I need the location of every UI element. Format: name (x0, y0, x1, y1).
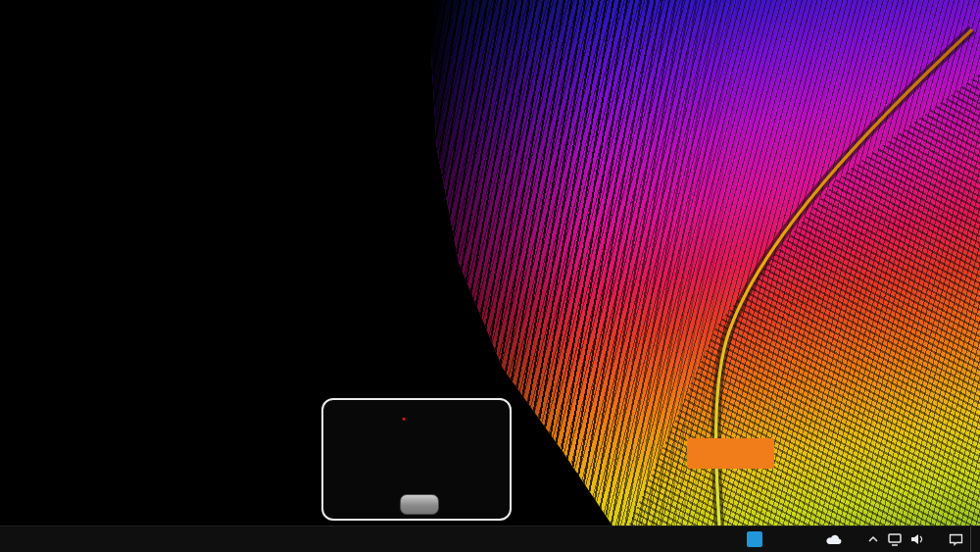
panel-detail-block (402, 410, 504, 414)
rainlendar-calendar-widget[interactable] (312, 257, 440, 262)
weather-widget[interactable] (825, 533, 852, 545)
lenovo-vantage-tray-icon[interactable] (747, 531, 762, 547)
taskbar (0, 526, 980, 552)
lenovo-logo (687, 438, 774, 469)
taskbar-buttons (0, 527, 5, 552)
desktop-screen (0, 0, 980, 552)
rainlendar-task-widget[interactable] (329, 126, 445, 128)
system-tray (737, 527, 980, 552)
show-desktop-button[interactable] (970, 527, 976, 552)
hidden-icons-chevron[interactable] (868, 535, 878, 543)
task-complete-button[interactable] (400, 494, 439, 515)
cloud-icon (825, 533, 842, 545)
volume-icon[interactable] (911, 533, 925, 545)
rainlendar-today-panel[interactable] (321, 398, 512, 521)
action-center-icon[interactable] (949, 533, 963, 546)
network-icon[interactable] (888, 533, 902, 546)
